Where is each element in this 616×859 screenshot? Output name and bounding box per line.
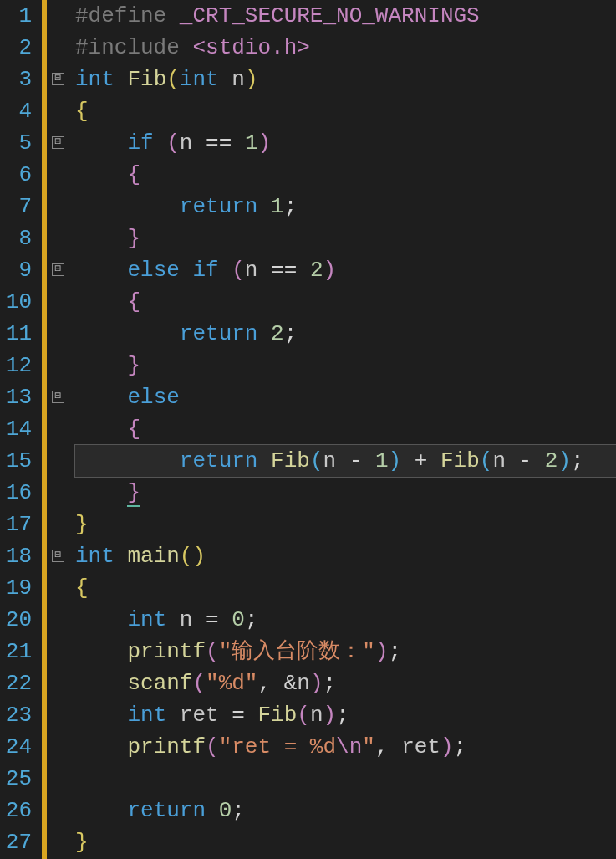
line-number[interactable]: 27 <box>5 826 32 858</box>
code-line[interactable]: { <box>75 572 616 604</box>
keyword-int: int <box>75 67 115 92</box>
code-area[interactable]: #define _CRT_SECURE_NO_WARNINGS #include… <box>72 0 616 859</box>
brace-open: { <box>127 417 140 442</box>
semicolon: ; <box>245 607 258 632</box>
code-line[interactable]: { <box>75 95 616 127</box>
line-number[interactable]: 10 <box>5 286 32 318</box>
code-line[interactable]: #define _CRT_SECURE_NO_WARNINGS <box>75 0 616 32</box>
brace-close: } <box>127 353 140 378</box>
line-number[interactable]: 26 <box>5 795 32 826</box>
code-line[interactable]: } <box>75 477 616 509</box>
function-call: printf <box>127 734 206 759</box>
brace-close: } <box>75 830 89 855</box>
op-amp: & <box>284 671 298 696</box>
line-number[interactable]: 21 <box>5 636 32 667</box>
literal-zero: 0 <box>232 607 245 632</box>
macro-name: _CRT_SECURE_NO_WARNINGS <box>180 3 480 28</box>
line-number[interactable]: 18 <box>5 540 32 572</box>
code-line[interactable]: { <box>75 413 616 445</box>
literal-two: 2 <box>310 258 323 283</box>
fold-toggle[interactable]: ⊟ <box>52 136 64 149</box>
literal-zero: 0 <box>219 798 232 823</box>
comma: , <box>375 734 389 759</box>
line-number[interactable]: 7 <box>5 191 32 222</box>
code-line[interactable]: printf("输入台阶数："); <box>75 636 616 667</box>
code-editor: 1 2 3 4 5 6 7 8 9 10 11 12 13 14 15 16 1… <box>0 0 616 859</box>
brace-close: } <box>75 512 89 537</box>
var-n: n <box>180 130 193 156</box>
line-number[interactable]: 9 <box>5 254 32 286</box>
code-line[interactable]: int n = 0; <box>75 604 616 636</box>
line-number[interactable]: 2 <box>5 32 32 64</box>
code-line[interactable]: return 1; <box>75 191 616 222</box>
line-number[interactable]: 23 <box>5 699 32 731</box>
line-number[interactable]: 14 <box>5 413 32 445</box>
line-number[interactable]: 15 <box>5 445 32 477</box>
line-number[interactable]: 20 <box>5 604 32 636</box>
keyword-elseif: else if <box>127 258 218 283</box>
code-line[interactable]: } <box>75 826 616 858</box>
line-number[interactable]: 11 <box>5 318 32 350</box>
op-eqeq: == <box>206 130 232 156</box>
string-close: " <box>362 734 375 759</box>
semicolon: ; <box>284 194 298 219</box>
code-line[interactable]: else if (n == 2) <box>75 254 616 286</box>
line-number[interactable]: 13 <box>5 381 32 413</box>
code-line[interactable]: return 0; <box>75 795 616 826</box>
line-number[interactable]: 16 <box>5 477 32 509</box>
code-line[interactable]: #include <stdio.h> <box>75 32 616 64</box>
code-line[interactable]: if (n == 1) <box>75 127 616 159</box>
paren-close: ) <box>323 703 337 728</box>
paren-close: ) <box>258 130 272 156</box>
line-number[interactable]: 24 <box>5 731 32 763</box>
op-plus: + <box>415 448 428 473</box>
fold-toggle[interactable]: ⊟ <box>52 391 64 403</box>
line-number[interactable]: 3 <box>5 64 32 95</box>
code-line[interactable]: { <box>75 159 616 191</box>
semicolon: ; <box>284 321 298 346</box>
code-line[interactable]: int main() <box>75 540 616 572</box>
code-line[interactable]: int Fib(int n) <box>75 64 616 95</box>
code-line[interactable]: } <box>75 350 616 381</box>
function-name: main <box>127 544 179 569</box>
code-line[interactable]: printf("ret = %d\n", ret); <box>75 731 616 763</box>
fold-toggle[interactable]: ⊟ <box>52 550 64 562</box>
line-number[interactable]: 5 <box>5 127 32 159</box>
line-number[interactable]: 25 <box>5 763 32 795</box>
line-number[interactable]: 6 <box>5 159 32 191</box>
code-line-current[interactable]: return Fib(n - 1) + Fib(n - 2); <box>75 445 616 477</box>
var-n: n <box>245 258 258 283</box>
code-line[interactable]: } <box>75 222 616 254</box>
semicolon: ; <box>323 671 337 696</box>
fold-toggle[interactable]: ⊟ <box>52 263 64 276</box>
line-number-gutter[interactable]: 1 2 3 4 5 6 7 8 9 10 11 12 13 14 15 16 1… <box>0 0 42 859</box>
code-line[interactable]: } <box>75 509 616 540</box>
keyword-else: else <box>127 385 179 410</box>
line-number[interactable]: 4 <box>5 95 32 127</box>
brace-close: } <box>127 226 140 251</box>
paren-open: ( <box>310 448 323 473</box>
fold-toggle[interactable]: ⊟ <box>52 73 64 85</box>
var-ret: ret <box>180 703 219 728</box>
code-line[interactable]: int ret = Fib(n); <box>75 699 616 731</box>
code-line[interactable] <box>75 763 616 795</box>
line-number[interactable]: 22 <box>5 667 32 699</box>
keyword-return: return <box>180 448 258 473</box>
function-call: Fib <box>271 448 310 473</box>
code-line[interactable]: return 2; <box>75 318 616 350</box>
line-number[interactable]: 1 <box>5 0 32 32</box>
semicolon: ; <box>388 639 401 664</box>
literal-one: 1 <box>375 448 389 473</box>
code-line[interactable]: else <box>75 381 616 413</box>
line-number[interactable]: 12 <box>5 350 32 381</box>
paren-close: ) <box>323 258 337 283</box>
paren-open: ( <box>192 671 206 696</box>
line-number[interactable]: 17 <box>5 509 32 540</box>
semicolon: ; <box>336 703 349 728</box>
line-number[interactable]: 19 <box>5 572 32 604</box>
code-line[interactable]: { <box>75 286 616 318</box>
function-call: Fib <box>257 703 297 728</box>
semicolon: ; <box>232 798 245 823</box>
code-line[interactable]: scanf("%d", &n); <box>75 667 616 699</box>
line-number[interactable]: 8 <box>5 222 32 254</box>
